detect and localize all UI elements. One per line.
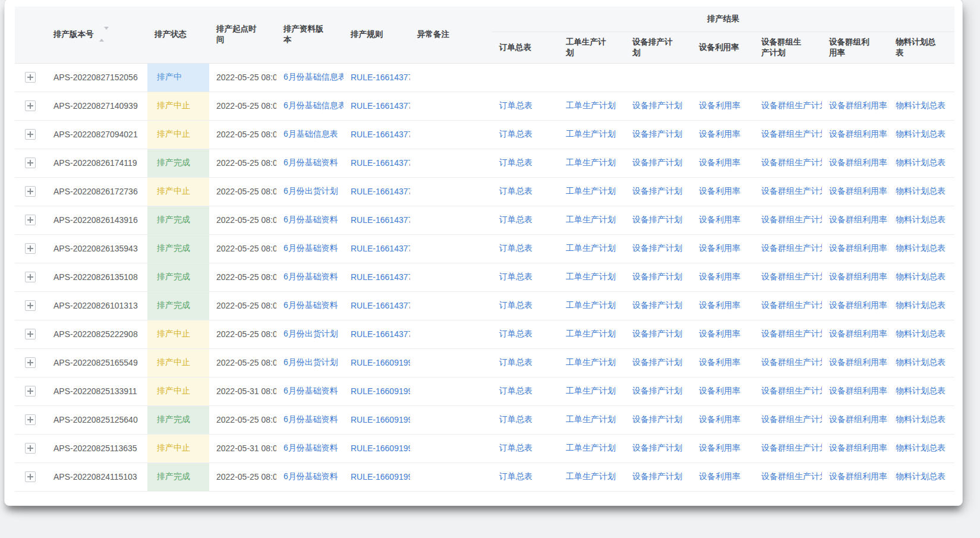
result-link[interactable]: 设备群组利用率 bbox=[829, 100, 887, 110]
result-link[interactable]: 设备群组利用率 bbox=[829, 300, 887, 310]
data-version-link[interactable]: 6月基础信息表 bbox=[283, 129, 338, 139]
result-link[interactable]: 设备群组生产计划 bbox=[761, 300, 822, 310]
result-link[interactable]: 订单总表 bbox=[499, 414, 532, 424]
result-link[interactable]: 工单生产计划 bbox=[566, 357, 616, 367]
result-link[interactable]: 设备排产计划 bbox=[632, 272, 682, 281]
rule-link[interactable]: RULE-166143777 bbox=[351, 101, 410, 111]
result-link[interactable]: 工单生产计划 bbox=[566, 186, 616, 196]
result-link[interactable]: 工单生产计划 bbox=[566, 300, 616, 310]
data-version-link[interactable]: 6月份基础资料 bbox=[283, 158, 338, 167]
result-link[interactable]: 设备群组生产计划 bbox=[761, 471, 822, 481]
rule-link[interactable]: RULE-166091998 bbox=[351, 472, 410, 482]
data-version-link[interactable]: 6月份基础信息表 bbox=[283, 100, 344, 110]
result-link[interactable]: 工单生产计划 bbox=[566, 329, 616, 338]
result-link[interactable]: 订单总表 bbox=[499, 186, 532, 196]
result-link[interactable]: 设备利用率 bbox=[699, 357, 740, 367]
result-link[interactable]: 物料计划总表 bbox=[896, 300, 946, 310]
result-link[interactable]: 设备群组生产计划 bbox=[761, 243, 822, 253]
result-link[interactable]: 设备群组生产计划 bbox=[761, 329, 822, 338]
data-version-link[interactable]: 6月份基础资料 bbox=[283, 243, 338, 253]
data-version-link[interactable]: 6月份基础资料 bbox=[283, 386, 338, 395]
rule-link[interactable]: RULE-166143777 bbox=[351, 301, 410, 310]
expand-row-button[interactable] bbox=[25, 158, 36, 168]
result-link[interactable]: 工单生产计划 bbox=[566, 215, 616, 224]
expand-row-button[interactable] bbox=[25, 443, 36, 454]
data-version-link[interactable]: 6月份出货计划 bbox=[283, 357, 338, 367]
expand-row-button[interactable] bbox=[25, 357, 36, 368]
sort-icon[interactable] bbox=[99, 29, 109, 40]
result-link[interactable]: 物料计划总表 bbox=[896, 158, 946, 167]
data-version-link[interactable]: 6月份基础资料 bbox=[283, 443, 338, 452]
data-version-link[interactable]: 6月份出货计划 bbox=[283, 329, 338, 338]
result-link[interactable]: 设备群组利用率 bbox=[829, 215, 887, 224]
result-link[interactable]: 订单总表 bbox=[499, 300, 532, 310]
result-link[interactable]: 设备利用率 bbox=[699, 471, 740, 481]
rule-link[interactable]: RULE-166143777 bbox=[351, 187, 410, 196]
result-link[interactable]: 设备排产计划 bbox=[632, 471, 682, 481]
result-link[interactable]: 设备利用率 bbox=[699, 100, 740, 110]
result-link[interactable]: 工单生产计划 bbox=[566, 243, 616, 253]
rule-link[interactable]: RULE-166143777 bbox=[351, 244, 410, 253]
rule-link[interactable]: RULE-166091998 bbox=[351, 415, 410, 424]
result-link[interactable]: 设备群组利用率 bbox=[829, 243, 887, 253]
expand-row-button[interactable] bbox=[25, 186, 36, 197]
result-link[interactable]: 订单总表 bbox=[499, 329, 532, 338]
expand-row-button[interactable] bbox=[25, 129, 36, 140]
result-link[interactable]: 工单生产计划 bbox=[566, 158, 616, 167]
rule-link[interactable]: RULE-166143777 bbox=[351, 272, 410, 282]
result-link[interactable]: 设备利用率 bbox=[699, 272, 740, 281]
result-link[interactable]: 设备利用率 bbox=[699, 186, 740, 196]
result-link[interactable]: 物料计划总表 bbox=[896, 386, 946, 395]
result-link[interactable]: 设备群组利用率 bbox=[829, 414, 887, 424]
result-link[interactable]: 工单生产计划 bbox=[566, 272, 616, 281]
result-link[interactable]: 设备群组利用率 bbox=[829, 272, 887, 281]
result-link[interactable]: 设备群组利用率 bbox=[829, 443, 887, 452]
result-link[interactable]: 设备利用率 bbox=[699, 300, 740, 310]
result-link[interactable]: 设备排产计划 bbox=[632, 100, 682, 110]
result-link[interactable]: 物料计划总表 bbox=[896, 329, 946, 338]
result-link[interactable]: 订单总表 bbox=[499, 471, 532, 481]
expand-row-button[interactable] bbox=[25, 386, 36, 397]
result-link[interactable]: 设备排产计划 bbox=[632, 386, 682, 395]
data-version-link[interactable]: 6月份基础资料 bbox=[283, 300, 338, 310]
result-link[interactable]: 订单总表 bbox=[499, 443, 532, 452]
expand-row-button[interactable] bbox=[25, 100, 36, 111]
result-link[interactable]: 订单总表 bbox=[499, 129, 532, 139]
result-link[interactable]: 工单生产计划 bbox=[566, 471, 616, 481]
result-link[interactable]: 设备群组生产计划 bbox=[761, 443, 822, 452]
result-link[interactable]: 物料计划总表 bbox=[896, 100, 946, 110]
rule-link[interactable]: RULE-166143777 bbox=[351, 158, 410, 168]
expand-row-button[interactable] bbox=[25, 471, 36, 482]
result-link[interactable]: 设备群组生产计划 bbox=[761, 357, 822, 367]
result-link[interactable]: 设备群组生产计划 bbox=[761, 129, 822, 139]
result-link[interactable]: 物料计划总表 bbox=[896, 186, 946, 196]
result-link[interactable]: 设备群组生产计划 bbox=[761, 272, 822, 281]
result-link[interactable]: 物料计划总表 bbox=[896, 272, 946, 281]
column-header-version[interactable]: 排产版本号 bbox=[46, 7, 147, 63]
data-version-link[interactable]: 6月份基础资料 bbox=[283, 272, 338, 281]
result-link[interactable]: 物料计划总表 bbox=[896, 129, 946, 139]
result-link[interactable]: 工单生产计划 bbox=[566, 443, 616, 452]
result-link[interactable]: 设备群组生产计划 bbox=[761, 158, 822, 167]
expand-row-button[interactable] bbox=[25, 414, 36, 425]
result-link[interactable]: 设备排产计划 bbox=[632, 357, 682, 367]
data-version-link[interactable]: 6月份基础资料 bbox=[283, 471, 338, 481]
result-link[interactable]: 设备群组利用率 bbox=[829, 329, 887, 338]
expand-row-button[interactable] bbox=[25, 300, 36, 311]
result-link[interactable]: 设备群组利用率 bbox=[829, 357, 887, 367]
rule-link[interactable]: RULE-166143777 bbox=[351, 130, 410, 139]
result-link[interactable]: 订单总表 bbox=[499, 243, 532, 253]
result-link[interactable]: 设备群组生产计划 bbox=[761, 100, 822, 110]
expand-row-button[interactable] bbox=[25, 329, 36, 339]
rule-link[interactable]: RULE-166143777 bbox=[351, 73, 410, 82]
result-link[interactable]: 物料计划总表 bbox=[896, 357, 946, 367]
result-link[interactable]: 设备排产计划 bbox=[632, 243, 682, 253]
result-link[interactable]: 设备利用率 bbox=[699, 243, 740, 253]
result-link[interactable]: 设备排产计划 bbox=[632, 300, 682, 310]
result-link[interactable]: 物料计划总表 bbox=[896, 243, 946, 253]
result-link[interactable]: 设备群组利用率 bbox=[829, 186, 887, 196]
result-link[interactable]: 订单总表 bbox=[499, 386, 532, 395]
result-link[interactable]: 设备群组生产计划 bbox=[761, 186, 822, 196]
data-version-link[interactable]: 6月份基础资料 bbox=[283, 215, 338, 224]
result-link[interactable]: 设备排产计划 bbox=[632, 129, 682, 139]
